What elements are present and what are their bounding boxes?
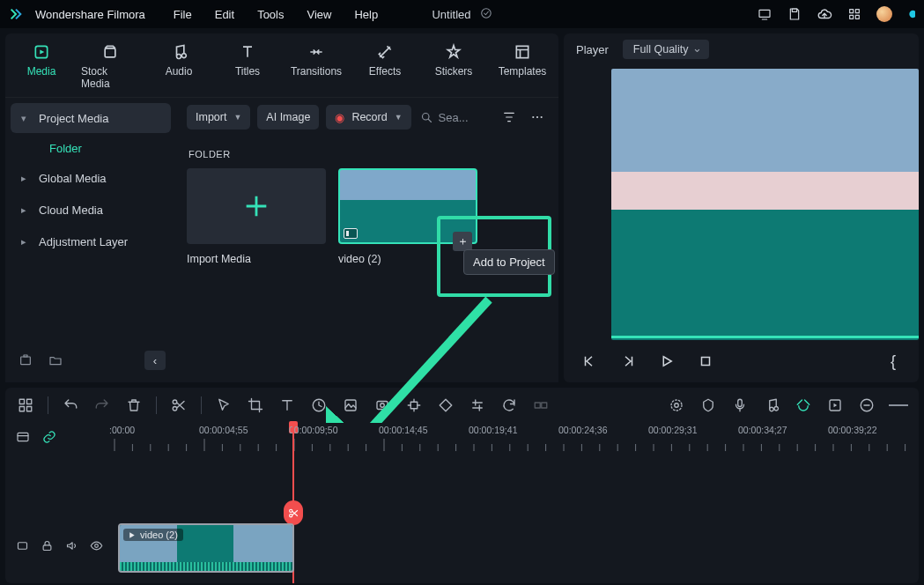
- tree-folder[interactable]: Folder: [11, 135, 171, 161]
- quality-dropdown[interactable]: Full Quality: [623, 40, 710, 59]
- track-mute-icon[interactable]: [63, 537, 79, 553]
- tab-media[interactable]: Media: [12, 39, 70, 97]
- svg-rect-29: [535, 403, 540, 408]
- ruler-label: 00:00:24;36: [558, 425, 607, 435]
- search-input[interactable]: Sea...: [420, 111, 469, 124]
- new-bin-icon[interactable]: [16, 351, 35, 370]
- media-grid: Import▼ AI Image ◉Record▼ Sea... FOLDER: [176, 98, 558, 382]
- menu-tools[interactable]: Tools: [257, 8, 284, 21]
- svg-rect-11: [21, 357, 31, 365]
- add-to-project-button[interactable]: ＋: [453, 232, 472, 251]
- split-tool-icon[interactable]: [169, 396, 188, 415]
- magnet-snap-icon[interactable]: [794, 396, 813, 415]
- delete-button[interactable]: [124, 396, 144, 415]
- menu-view[interactable]: View: [307, 8, 331, 21]
- svg-rect-21: [27, 407, 32, 411]
- apps-grid-icon[interactable]: [846, 6, 862, 22]
- menu-edit[interactable]: Edit: [215, 8, 234, 21]
- tab-titles[interactable]: Titles: [218, 39, 277, 97]
- menu-file[interactable]: File: [174, 8, 192, 21]
- chroma-key-icon[interactable]: [436, 396, 455, 415]
- redo-button[interactable]: [92, 396, 112, 415]
- preview-video[interactable]: [611, 69, 919, 340]
- tree-global-media[interactable]: ▸ Global Media: [11, 163, 171, 193]
- svg-rect-26: [377, 402, 388, 410]
- tab-templates[interactable]: Templates: [493, 39, 551, 97]
- voiceover-icon[interactable]: [730, 396, 750, 415]
- tree-adjustment-layer[interactable]: ▸ Adjustment Layer: [11, 226, 171, 256]
- ai-image-button[interactable]: AI Image: [257, 105, 319, 130]
- tree-cloud-media[interactable]: ▸ Cloud Media: [11, 195, 171, 225]
- menu-help[interactable]: Help: [354, 8, 378, 21]
- timeline-clip[interactable]: video (2): [118, 523, 294, 573]
- stop-button[interactable]: [696, 352, 715, 371]
- cloud-upload-icon[interactable]: [817, 6, 832, 22]
- timeline-ruler[interactable]: :00:0000:00:04;5500:00:09;5000:00:14;450…: [111, 423, 919, 453]
- tree-footer: ‹: [11, 344, 171, 377]
- track-lock-icon[interactable]: [39, 537, 55, 553]
- prev-frame-button[interactable]: [580, 352, 599, 371]
- import-button[interactable]: Import▼: [187, 105, 250, 130]
- display-icon[interactable]: [757, 6, 772, 22]
- titles-icon: [238, 42, 257, 62]
- tab-audio[interactable]: Audio: [150, 39, 208, 97]
- half-pill-icon[interactable]: [906, 6, 915, 22]
- svg-rect-16: [702, 358, 710, 366]
- filmstrip-icon: [344, 228, 358, 239]
- zoom-out-button[interactable]: [857, 396, 876, 415]
- mix-icon[interactable]: [667, 396, 686, 415]
- mask-tool-icon[interactable]: [373, 396, 392, 415]
- more-icon[interactable]: [527, 107, 548, 128]
- collapse-sidebar-button[interactable]: ‹: [144, 351, 166, 370]
- new-folder-icon[interactable]: [46, 351, 65, 370]
- preview-tab-player[interactable]: Player: [576, 43, 609, 56]
- main-menu: File Edit Tools View Help: [174, 8, 378, 21]
- track-visibility-icon[interactable]: [88, 537, 104, 553]
- link-icon[interactable]: [42, 430, 56, 447]
- play-button[interactable]: [657, 352, 676, 371]
- ruler-label: 00:00:39;22: [828, 425, 876, 435]
- record-button[interactable]: ◉Record▼: [326, 105, 410, 130]
- next-frame-button[interactable]: [618, 352, 638, 371]
- svg-rect-19: [27, 399, 32, 404]
- crop-tool-icon[interactable]: [246, 396, 265, 415]
- save-icon[interactable]: [787, 6, 802, 22]
- tree-project-media[interactable]: ▾ Project Media: [11, 103, 171, 133]
- import-media-card[interactable]: Import Media: [187, 168, 326, 265]
- svg-rect-6: [855, 15, 859, 19]
- filter-icon[interactable]: [499, 107, 520, 128]
- track-options-icon[interactable]: [16, 430, 30, 447]
- user-avatar[interactable]: [876, 6, 892, 22]
- group-icon[interactable]: [531, 396, 551, 415]
- snapshot-button[interactable]: {: [883, 352, 903, 371]
- adjust-icon[interactable]: [468, 396, 487, 415]
- svg-rect-5: [850, 15, 854, 19]
- tab-stock-media[interactable]: Stock Media: [81, 39, 139, 97]
- svg-point-7: [909, 11, 915, 18]
- preview-progress-bar[interactable]: [611, 336, 919, 338]
- color-tool-icon[interactable]: [341, 396, 360, 415]
- keyframe-tool-icon[interactable]: [404, 396, 424, 415]
- audio-mixer-icon[interactable]: [762, 396, 781, 415]
- render-icon[interactable]: [825, 396, 845, 415]
- tab-stickers[interactable]: Stickers: [425, 39, 483, 97]
- text-tool-icon[interactable]: [277, 396, 297, 415]
- svg-rect-4: [855, 10, 859, 13]
- pointer-tool-icon[interactable]: [214, 396, 233, 415]
- zoom-slider[interactable]: [889, 404, 908, 406]
- marker-icon[interactable]: [699, 396, 718, 415]
- audio-icon: [169, 42, 188, 62]
- svg-rect-33: [738, 399, 743, 406]
- refresh-icon[interactable]: [499, 396, 519, 415]
- track-type-icon[interactable]: [14, 537, 30, 553]
- svg-rect-18: [19, 399, 24, 404]
- tracks-body[interactable]: video (2): [111, 453, 919, 583]
- svg-rect-83: [43, 544, 51, 550]
- section-label: FOLDER: [188, 149, 548, 159]
- tab-transitions[interactable]: Transitions: [287, 39, 345, 97]
- tab-effects[interactable]: Effects: [356, 39, 414, 97]
- speed-tool-icon[interactable]: [309, 396, 329, 415]
- undo-button[interactable]: [61, 396, 80, 415]
- scissors-marker-icon[interactable]: [284, 500, 303, 525]
- layout-icon[interactable]: [16, 396, 35, 415]
